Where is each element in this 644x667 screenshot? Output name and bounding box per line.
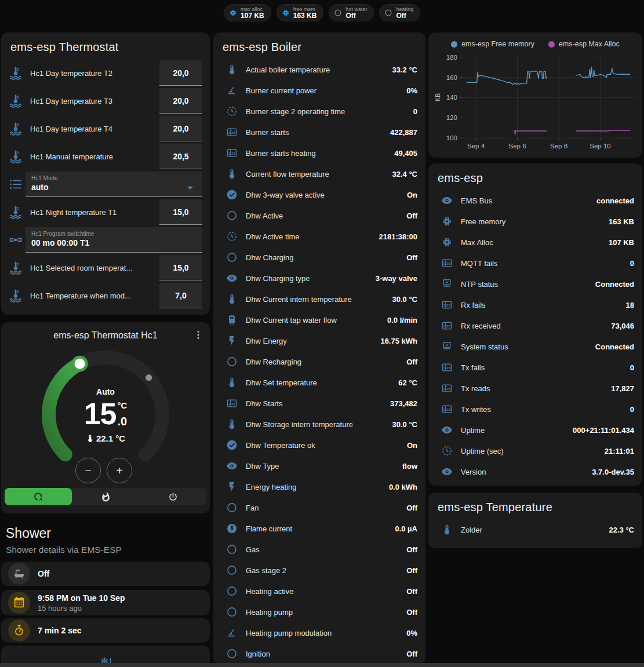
- target-temperature: 15 °C.0: [1, 399, 210, 428]
- temp-decrease-button[interactable]: −: [75, 458, 101, 483]
- entity-row-heating-pump-modulation[interactable]: Heating pump modulation0%: [213, 622, 425, 643]
- entity-row-flame-current[interactable]: Flame current0.0 µA: [213, 518, 425, 539]
- text-input[interactable]: Hc1 Program switchtime00 mo 00:00 T1: [26, 227, 202, 253]
- entity-row-tx-writes[interactable]: 123Tx writes0: [428, 399, 642, 420]
- entity-row-actual-boiler-temperature[interactable]: Actual boiler temperature33.2 °C: [213, 59, 425, 80]
- chart-legend: ems-esp Free memoryems-esp Max Alloc: [428, 40, 642, 48]
- config-row-hc1-mode[interactable]: Hc1 Modeauto: [1, 170, 210, 198]
- entity-row-gas[interactable]: GasOff: [213, 539, 425, 560]
- config-row-hc1-temperature-when-mod[interactable]: Hc1 Temperature when mod...7,0: [1, 282, 210, 309]
- memory-history-chart[interactable]: 100120140160180Sep 4Sep 6Sep 8Sep 10KB: [428, 32, 642, 158]
- entity-row-system-status[interactable]: System statusConnected: [428, 336, 642, 357]
- config-row-hc1-program-switchtime[interactable]: Hc1 Program switchtime00 mo 00:00 T1: [1, 226, 210, 254]
- legend-item[interactable]: ems-esp Free memory: [451, 40, 534, 48]
- config-row-hc1-day-temperature-t3[interactable]: Hc1 Day temperature T320,0: [1, 87, 210, 115]
- thermometer-water-icon: [8, 288, 23, 303]
- entity-value: Off: [406, 358, 417, 366]
- entity-row-uptime-sec[interactable]: Uptime (sec)21:11:01: [428, 440, 642, 461]
- chevron-down-icon[interactable]: [183, 180, 198, 195]
- entity-row-zolder[interactable]: Zolder22.3 °C: [428, 519, 642, 540]
- current-temperature: 22.1 °C: [1, 433, 210, 443]
- entity-row-dhw-charging[interactable]: Dhw ChargingOff: [213, 247, 425, 268]
- number-input[interactable]: 20,0: [159, 60, 202, 86]
- entity-row-rx-fails[interactable]: 123Rx fails18: [428, 294, 642, 315]
- config-row-hc1-selected-room-temperat[interactable]: Hc1 Selected room temperat...15,0: [1, 254, 210, 282]
- entity-row-dhw-3-way-valve-active[interactable]: Dhw 3-way valve activeOn: [213, 184, 425, 205]
- entity-row-dhw-temperature-ok[interactable]: Dhw Temperature okOn: [213, 435, 425, 455]
- entity-row-max-alloc[interactable]: Max Alloc107 KB: [428, 232, 642, 253]
- temp-increase-button[interactable]: +: [107, 458, 132, 483]
- entity-row-dhw-active[interactable]: Dhw ActiveOff: [213, 205, 425, 226]
- number-input[interactable]: 15,0: [159, 255, 202, 280]
- select-input[interactable]: Hc1 Modeauto: [26, 172, 202, 197]
- monitor-check-icon: [441, 341, 453, 352]
- config-row-hc1-day-temperature-t2[interactable]: Hc1 Day temperature T220,0: [1, 59, 210, 87]
- number-input[interactable]: 20,0: [159, 88, 202, 114]
- config-row-hc1-manual-temperature[interactable]: Hc1 Manual temperature20,5: [1, 143, 210, 170]
- entity-value: 373,482: [390, 399, 417, 408]
- memory-history-chart-card: ems-esp Free memoryems-esp Max Alloc 100…: [428, 32, 642, 158]
- entity-row-tx-fails[interactable]: 123Tx fails0: [428, 357, 642, 378]
- entity-value: 0: [630, 405, 634, 414]
- chip-hot-water[interactable]: hot waterOff: [329, 4, 374, 21]
- entity-row-dhw-storage-intern-temperature[interactable]: Dhw Storage intern temperature30.0 °C: [213, 414, 425, 435]
- entity-row-fan[interactable]: FanOff: [213, 497, 425, 518]
- bottom-scrollbar[interactable]: [0, 663, 644, 667]
- legend-dot: [548, 41, 555, 48]
- entity-row-burner-current-power[interactable]: Burner current power0%: [213, 80, 425, 101]
- entity-row-free-memory[interactable]: Free memory163 KB: [428, 211, 642, 232]
- chip-heating[interactable]: heatingOff: [379, 4, 420, 21]
- entity-row-energy-heating[interactable]: Energy heating0.0 kWh: [213, 476, 425, 497]
- entity-row-version[interactable]: Version3.7.0-dev.35: [428, 461, 642, 482]
- entity-row-mqtt-fails[interactable]: 123MQTT fails0: [428, 253, 642, 274]
- entity-value: 33.2 °C: [392, 65, 417, 74]
- mode-off-button[interactable]: [139, 488, 206, 505]
- entity-row-burner-stage-2-operating-time[interactable]: Burner stage 2 operating time0: [213, 101, 425, 122]
- entity-row-tx-reads[interactable]: 123Tx reads17,827: [428, 378, 642, 399]
- water-boiler-icon: [226, 314, 238, 326]
- number-input[interactable]: 20,0: [159, 116, 202, 141]
- entity-row-dhw-set-temperature[interactable]: Dhw Set temperature62 °C: [213, 372, 425, 393]
- entity-row-dhw-starts[interactable]: 123Dhw Starts373,482: [213, 393, 425, 414]
- shower-card-off[interactable]: Off: [1, 562, 210, 586]
- thermometer-water-icon: [8, 149, 23, 164]
- legend-item[interactable]: ems-esp Max Alloc: [548, 40, 620, 48]
- chip-max-alloc[interactable]: max alloc107 KB: [224, 4, 271, 21]
- config-row-hc1-night-temperature-t1[interactable]: Hc1 Night temperature T115,0: [1, 198, 210, 226]
- entity-row-heating-active[interactable]: Heating activeOff: [213, 581, 425, 602]
- shower-card-secondary: 15 hours ago: [38, 604, 125, 613]
- counter-icon: 123: [226, 398, 238, 409]
- entity-row-rx-received[interactable]: 123Rx received73,046: [428, 315, 642, 336]
- entity-row-dhw-current-tap-water-flow[interactable]: Dhw Current tap water flow0.0 l/min: [213, 309, 425, 330]
- entity-row-dhw-energy[interactable]: Dhw Energy16.75 kWh: [213, 330, 425, 351]
- entity-row-dhw-active-time[interactable]: Dhw Active time2181:38:00: [213, 226, 425, 247]
- number-input[interactable]: 20,5: [159, 144, 202, 169]
- eye-icon: [226, 272, 238, 284]
- entity-row-dhw-type[interactable]: Dhw Typeflow: [213, 455, 425, 476]
- entity-row-dhw-recharging[interactable]: Dhw RechargingOff: [213, 351, 425, 372]
- entity-row-dhw-current-intern-temperature[interactable]: Dhw Current intern temperature30.0 °C: [213, 289, 425, 309]
- mode-heat-button[interactable]: [72, 488, 139, 505]
- mode-auto-button[interactable]: A: [5, 488, 72, 505]
- entity-row-ems-bus[interactable]: EMS Busconnected: [428, 190, 642, 211]
- entity-row-ntp-status[interactable]: NTP statusConnected: [428, 274, 642, 294]
- shower-card-7-min-2-sec[interactable]: 7 min 2 sec: [1, 618, 210, 643]
- entity-row-heating-pump[interactable]: Heating pumpOff: [213, 602, 425, 622]
- entity-row-gas-stage-2[interactable]: Gas stage 2Off: [213, 560, 425, 581]
- chip-value: Off: [396, 12, 413, 20]
- chip-free-mem[interactable]: free mem163 KB: [276, 4, 324, 21]
- entity-label: Tx reads: [461, 384, 611, 393]
- shower-card-9-58-pm-on-tue-10-sep[interactable]: 9:58 PM on Tue 10 Sep15 hours ago: [1, 590, 210, 615]
- chip-label: hot water: [345, 6, 367, 12]
- entity-row-burner-starts[interactable]: 123Burner starts422,887: [213, 122, 425, 143]
- entity-row-ignition[interactable]: IgnitionOff: [213, 643, 425, 664]
- entity-row-dhw-charging-type[interactable]: Dhw Charging type3-way valve: [213, 268, 425, 289]
- entity-row-current-flow-temperature[interactable]: Current flow temperature32.4 °C: [213, 163, 425, 184]
- entity-row-burner-starts-heating[interactable]: 123Burner starts heating49,405: [213, 143, 425, 163]
- target-temp-handle[interactable]: [73, 357, 86, 370]
- number-input[interactable]: 7,0: [159, 283, 202, 308]
- chip-label: free mem: [293, 6, 317, 12]
- config-row-hc1-day-temperature-t4[interactable]: Hc1 Day temperature T420,0: [1, 115, 210, 143]
- entity-row-uptime[interactable]: Uptime000+21:11:01.434: [428, 420, 642, 440]
- number-input[interactable]: 15,0: [159, 199, 202, 225]
